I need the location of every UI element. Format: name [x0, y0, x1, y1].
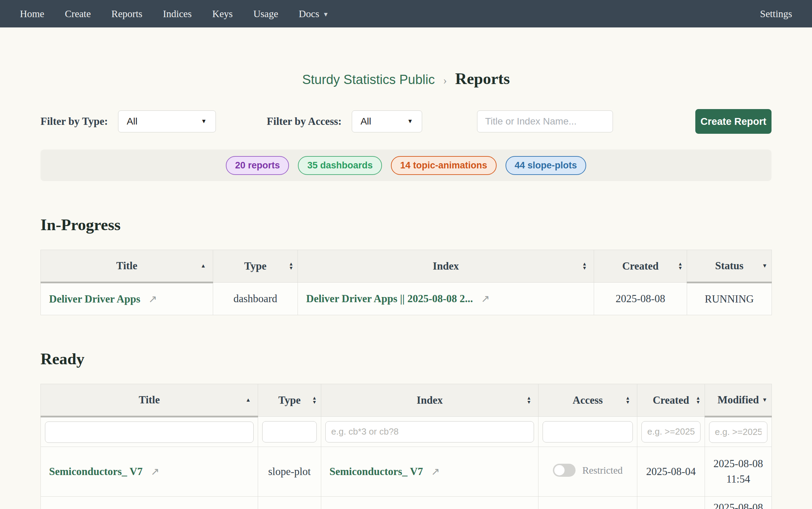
top-navbar: Home Create Reports Indices Keys Usage D…: [0, 0, 812, 27]
external-link-arrow-icon: ↗: [149, 293, 157, 305]
index-link[interactable]: Semiconductors_ V7: [329, 465, 423, 477]
column-filters-row: [41, 417, 772, 447]
create-report-button[interactable]: Create Report: [695, 109, 772, 134]
nav-item-create[interactable]: Create: [65, 8, 91, 20]
nav-item-docs[interactable]: Docs▼: [299, 8, 329, 20]
column-header-status[interactable]: Status ▼: [687, 250, 772, 283]
access-column-filter-input[interactable]: [543, 421, 633, 442]
column-header-index[interactable]: Index ▲▼: [321, 384, 538, 417]
breadcrumb: Sturdy Statistics Public › Reports: [40, 69, 772, 88]
access-filter-select[interactable]: All ▼: [352, 110, 422, 132]
column-header-type-label: Type: [244, 260, 267, 272]
created-column-filter-input[interactable]: [641, 421, 700, 442]
column-header-access-label: Access: [573, 394, 603, 406]
column-header-type[interactable]: Type ▲▼: [213, 250, 298, 283]
column-header-type-label: Type: [278, 394, 301, 406]
reports-count-badge[interactable]: 20 reports: [226, 156, 289, 175]
in-progress-header-row: Title ▲ Type ▲▼ Index ▲▼ Created ▲▼ Stat…: [41, 250, 772, 283]
column-header-created-label: Created: [622, 260, 659, 272]
chevron-down-icon: ▼: [201, 118, 207, 125]
slope-plots-count-badge[interactable]: 44 slope-plots: [506, 156, 587, 175]
column-header-created[interactable]: Created ▲▼: [594, 250, 687, 283]
index-column-filter-input[interactable]: [325, 421, 534, 442]
in-progress-table: Title ▲ Type ▲▼ Index ▲▼ Created ▲▼ Stat…: [40, 250, 772, 315]
type-column-filter-input[interactable]: [262, 421, 317, 442]
modified-column-filter-input[interactable]: [709, 422, 767, 443]
access-cell: [538, 497, 637, 509]
index-cell: [321, 497, 538, 509]
external-link-arrow-icon: ↗: [151, 465, 159, 477]
access-filter-value: All: [360, 116, 371, 127]
index-link[interactable]: Deliver Driver Apps || 2025-08-08 2...: [306, 293, 473, 305]
table-row: 2025-08-08: [41, 497, 772, 509]
page-title: Reports: [455, 70, 510, 87]
breadcrumb-separator: ›: [443, 74, 447, 86]
sort-both-icon: ▲▼: [312, 396, 317, 404]
modified-date-cell: 2025-08-08: [705, 497, 772, 509]
counts-badge-strip: 20 reports 35 dashboards 14 topic-animat…: [40, 150, 772, 181]
column-header-modified[interactable]: Modified ▼: [705, 384, 772, 417]
type-filter-value: All: [127, 116, 137, 127]
title-column-filter-input[interactable]: [45, 422, 254, 443]
column-header-title-label: Title: [139, 394, 160, 406]
sort-both-icon: ▲▼: [526, 396, 531, 404]
sort-both-icon: ▲▼: [696, 396, 700, 404]
report-type-cell: [258, 497, 321, 509]
type-filter-label: Filter by Type:: [40, 115, 108, 128]
column-header-created[interactable]: Created ▲▼: [637, 384, 705, 417]
report-title-cell: [41, 497, 258, 509]
column-header-title[interactable]: Title ▲: [41, 384, 258, 417]
chevron-down-icon: ▼: [407, 118, 413, 125]
access-toggle[interactable]: [553, 464, 576, 477]
nav-item-indices[interactable]: Indices: [163, 8, 192, 20]
access-cell: Restricted: [553, 464, 623, 477]
dashboards-count-badge[interactable]: 35 dashboards: [298, 156, 382, 175]
sort-both-icon: ▲▼: [582, 262, 587, 270]
report-title-link[interactable]: Deliver Driver Apps: [49, 293, 140, 305]
column-header-type[interactable]: Type ▲▼: [258, 384, 321, 417]
table-row: Deliver Driver Apps ↗ dashboard Deliver …: [41, 283, 772, 315]
nav-docs-label: Docs: [299, 8, 320, 19]
topic-animations-count-badge[interactable]: 14 topic-animations: [391, 156, 497, 175]
sort-asc-icon: ▲: [245, 397, 251, 403]
column-header-index[interactable]: Index ▲▼: [298, 250, 594, 283]
nav-item-usage[interactable]: Usage: [253, 8, 278, 20]
table-row: Semiconductors_ V7 ↗ slope-plot Semicond…: [41, 447, 772, 497]
sort-both-icon: ▲▼: [678, 262, 683, 270]
nav-item-home[interactable]: Home: [20, 8, 44, 20]
modified-date-cell: 2025-08-08 11:54: [705, 447, 772, 497]
access-filter-label: Filter by Access:: [267, 115, 341, 128]
chevron-down-icon: ▼: [323, 11, 329, 18]
sort-desc-icon: ▼: [762, 263, 767, 269]
search-input[interactable]: [477, 110, 613, 132]
in-progress-heading: In-Progress: [40, 215, 772, 234]
main-content: Sturdy Statistics Public › Reports Filte…: [0, 69, 812, 509]
column-header-index-label: Index: [433, 260, 459, 272]
type-filter-select[interactable]: All ▼: [118, 110, 216, 132]
nav-item-keys[interactable]: Keys: [212, 8, 233, 20]
toggle-knob: [554, 465, 565, 475]
column-header-title[interactable]: Title ▲: [41, 250, 213, 283]
report-title-link[interactable]: Semiconductors_ V7: [49, 465, 142, 477]
nav-links: Home Create Reports Indices Keys Usage D…: [20, 8, 329, 20]
nav-item-settings[interactable]: Settings: [760, 8, 792, 20]
external-link-arrow-icon: ↗: [481, 293, 490, 305]
column-header-status-label: Status: [715, 260, 744, 272]
created-date-cell: [637, 497, 705, 509]
created-date-cell: 2025-08-04: [637, 447, 705, 497]
ready-table: Title ▲ Type ▲▼ Index ▲▼ Access ▲▼ Creat…: [40, 384, 772, 509]
created-date-cell: 2025-08-08: [594, 283, 687, 315]
column-header-created-label: Created: [653, 394, 689, 406]
report-type-cell: dashboard: [213, 283, 298, 315]
nav-item-reports[interactable]: Reports: [112, 8, 142, 20]
column-header-title-label: Title: [116, 260, 137, 272]
ready-heading: Ready: [40, 350, 772, 368]
column-header-access[interactable]: Access ▲▼: [538, 384, 637, 417]
ready-header-row: Title ▲ Type ▲▼ Index ▲▼ Access ▲▼ Creat…: [41, 384, 772, 417]
external-link-arrow-icon: ↗: [431, 465, 440, 477]
breadcrumb-parent-link[interactable]: Sturdy Statistics Public: [302, 72, 434, 87]
status-cell: RUNNING: [687, 283, 772, 315]
sort-asc-icon: ▲: [200, 263, 206, 269]
sort-desc-icon: ▼: [762, 397, 767, 403]
filters-row: Filter by Type: All ▼ Filter by Access: …: [40, 109, 772, 134]
